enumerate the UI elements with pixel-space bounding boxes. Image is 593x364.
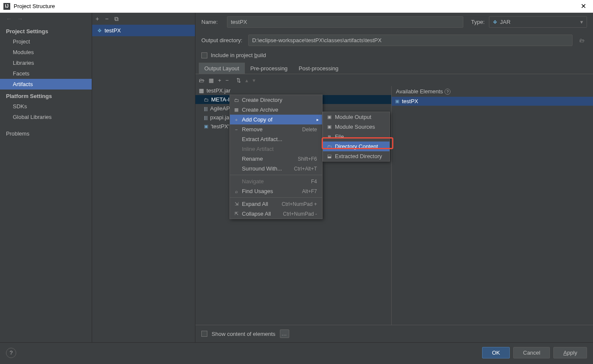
add-icon[interactable]: + [218, 77, 221, 84]
sidebar-item-modules[interactable]: Modules [0, 47, 92, 58]
tab-post-processing[interactable]: Post-processing [293, 63, 344, 74]
available-item-label: testPX [402, 98, 418, 104]
sidebar-item-problems[interactable]: Problems [0, 128, 92, 139]
tab-pre-processing[interactable]: Pre-processing [245, 63, 293, 74]
down-icon[interactable]: ▾ [253, 77, 256, 84]
cancel-button[interactable]: Cancel [513, 347, 550, 358]
ctx-add-copy-of[interactable]: +Add Copy of▸ [230, 115, 322, 124]
sidebar-item-artifacts[interactable]: Artifacts [0, 79, 92, 90]
separator [230, 175, 322, 175]
library-icon: ||| [204, 115, 208, 120]
ctx-extract-artifact[interactable]: Extract Artifact... [230, 134, 322, 144]
folder-icon: 🗀 [204, 97, 209, 102]
tabs: Output Layout Pre-processing Post-proces… [195, 63, 593, 74]
sub-module-output[interactable]: ▣Module Output [323, 112, 390, 122]
sidebar-item-project[interactable]: Project [0, 36, 92, 47]
footer: ? OK Cancel Apply [0, 342, 593, 363]
sidebar-item-global-libraries[interactable]: Global Libraries [0, 112, 92, 122]
apply-button[interactable]: Apply [553, 347, 587, 358]
show-content-label: Show content of elements [212, 331, 276, 337]
ctx-expand-all[interactable]: ⇲Expand AllCtrl+NumPad + [230, 199, 322, 209]
ctx-collapse-all[interactable]: ⇱Collapse AllCtrl+NumPad - [230, 209, 322, 219]
output-dir-label: Output directory: [201, 37, 244, 43]
ellipsis-button[interactable]: ... [280, 329, 289, 338]
ctx-create-archive[interactable]: ▦Create Archive [230, 105, 322, 115]
browse-folder-icon[interactable]: 🗁 [577, 35, 587, 46]
archive-icon: ▦ [199, 87, 204, 94]
new-archive-icon[interactable]: ▦ [209, 77, 214, 84]
ctx-create-directory[interactable]: 🗀Create Directory [230, 95, 322, 105]
ctx-rename[interactable]: RenameShift+F6 [230, 154, 322, 164]
remove-artifact-icon[interactable]: − [105, 15, 108, 22]
name-label: Name: [201, 19, 223, 25]
tree-root-label: testPX.jar [206, 87, 230, 94]
new-folder-icon[interactable]: 🗁 [199, 77, 204, 84]
ctx-navigate: NavigateF4 [230, 176, 322, 186]
collapse-icon: ⇱ [233, 211, 239, 217]
type-label: Type: [468, 19, 485, 25]
artifact-details: Name: Type: ❖ JAR ▾ Output directory: 🗁 … [195, 13, 593, 342]
nav-back-icon[interactable]: ← [6, 15, 12, 22]
tab-output-layout[interactable]: Output Layout [199, 63, 245, 74]
tree-item-label: pxapi.ja [210, 114, 230, 121]
window-title: Project Structure [14, 3, 577, 9]
up-icon[interactable]: ▴ [245, 77, 248, 84]
separator [230, 197, 322, 198]
sub-module-sources[interactable]: ▣Module Sources [323, 122, 390, 132]
app-icon: IJ [3, 3, 10, 10]
submenu-add-copy: ▣Module Output ▣Module Sources 🗎File 🗀Di… [323, 112, 390, 162]
available-item-testpx[interactable]: ▣ testPX [392, 97, 593, 106]
sub-directory-content[interactable]: 🗀Directory Content [323, 142, 390, 151]
sub-file[interactable]: 🗎File [323, 132, 390, 142]
section-project-settings: Project Settings [0, 25, 92, 36]
name-input[interactable] [227, 16, 463, 28]
module-icon: ▣ [326, 114, 332, 120]
sub-extracted-directory[interactable]: ⬓Extracted Directory [323, 151, 390, 161]
output-dir-input[interactable] [248, 35, 573, 46]
ok-button[interactable]: OK [482, 347, 510, 358]
folder-icon: 🗀 [233, 98, 239, 103]
minus-icon: − [233, 127, 239, 132]
plus-icon: + [233, 117, 239, 122]
search-icon: ⌕ [233, 189, 239, 194]
close-icon[interactable]: ✕ [577, 2, 590, 10]
sort-icon[interactable]: ⇅ [236, 77, 241, 84]
file-icon: 🗎 [326, 134, 332, 139]
sidebar-item-sdks[interactable]: SDKs [0, 101, 92, 112]
sidebar-item-facets[interactable]: Facets [0, 68, 92, 79]
sidebar: ← → Project Settings Project Modules Lib… [0, 13, 92, 342]
include-build-label: Include in project build [211, 52, 266, 58]
nav-forward-icon[interactable]: → [17, 15, 23, 22]
library-icon: ||| [204, 106, 208, 111]
tree-root[interactable]: ▦ testPX.jar [195, 86, 391, 95]
artifact-item-testpx[interactable]: ❖ testPX [92, 25, 195, 36]
sidebar-item-libraries[interactable]: Libraries [0, 58, 92, 68]
chevron-down-icon: ▾ [580, 19, 583, 25]
ctx-surround-with[interactable]: Surround With...Ctrl+Alt+T [230, 164, 322, 173]
jar-icon: ❖ [493, 19, 497, 25]
module-icon: ▣ [326, 124, 332, 130]
add-artifact-icon[interactable]: + [96, 15, 99, 22]
available-header: Available Elements [396, 88, 443, 95]
titlebar: IJ Project Structure ✕ [0, 0, 593, 13]
copy-artifact-icon[interactable]: ⧉ [114, 15, 119, 23]
type-select[interactable]: ❖ JAR ▾ [489, 16, 587, 28]
extract-icon: ⬓ [326, 153, 332, 159]
help-icon[interactable]: ? [445, 89, 451, 95]
submenu-arrow-icon: ▸ [317, 117, 319, 122]
module-icon: ▣ [204, 124, 208, 129]
show-content-checkbox[interactable] [201, 331, 207, 337]
help-button[interactable]: ? [6, 348, 16, 358]
ctx-inline-artifact: Inline Artifact [230, 144, 322, 154]
available-elements-panel: Available Elements ? ▣ testPX [392, 86, 593, 325]
remove-icon[interactable]: − [226, 77, 229, 84]
artifact-item-label: testPX [105, 27, 121, 34]
ctx-find-usages[interactable]: ⌕Find UsagesAlt+F7 [230, 186, 322, 196]
ctx-remove[interactable]: −RemoveDelete [230, 124, 322, 134]
section-platform-settings: Platform Settings [0, 90, 92, 101]
jar-icon: ❖ [97, 28, 102, 34]
module-icon: ▣ [395, 98, 399, 104]
type-value: JAR [500, 19, 511, 25]
include-build-checkbox[interactable] [201, 52, 207, 58]
archive-icon: ▦ [233, 107, 239, 113]
